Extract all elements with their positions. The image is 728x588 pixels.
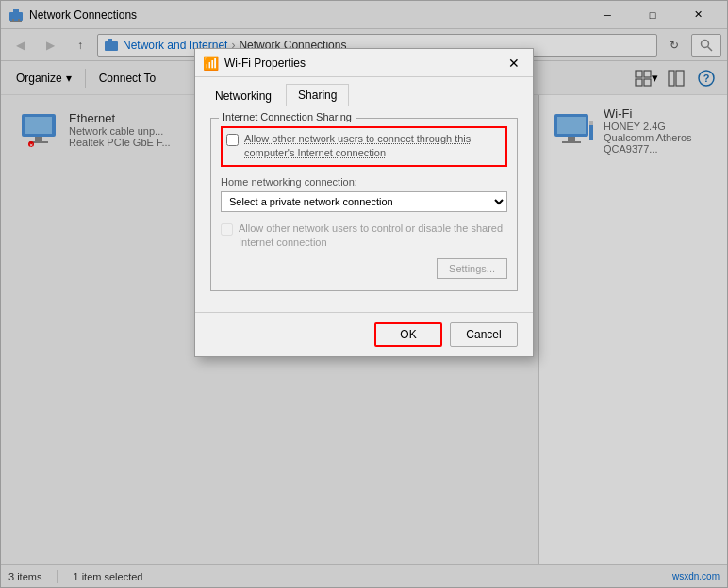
allow-sharing-row: Allow other network users to connect thr… [221, 126, 507, 167]
allow-control-row: Allow other network users to control or … [221, 221, 507, 251]
settings-button[interactable]: Settings... [437, 258, 507, 279]
settings-btn-row: Settings... [221, 258, 507, 279]
dialog-title: Wi-Fi Properties [224, 57, 503, 70]
dialog-content: Internet Connection Sharing Allow other … [195, 106, 533, 312]
dialog-tabs: Networking Sharing [195, 77, 533, 106]
tab-sharing[interactable]: Sharing [286, 84, 349, 106]
dialog-titlebar: 📶 Wi-Fi Properties ✕ [195, 49, 533, 77]
allow-control-checkbox [221, 223, 233, 236]
ok-button[interactable]: OK [374, 322, 442, 347]
allow-control-label: Allow other network users to control or … [239, 221, 507, 251]
tab-networking[interactable]: Networking [203, 84, 284, 106]
group-box-label: Internet Connection Sharing [219, 111, 356, 122]
private-network-dropdown[interactable]: Select a private network connection [221, 191, 507, 212]
dialog-title-icon: 📶 [203, 56, 219, 71]
allow-sharing-label: Allow other network users to connect thr… [244, 132, 502, 161]
home-network-label: Home networking connection: [221, 176, 507, 188]
wifi-properties-dialog: 📶 Wi-Fi Properties ✕ Networking Sharing … [194, 48, 534, 357]
allow-sharing-checkbox[interactable] [226, 134, 239, 146]
cancel-button[interactable]: Cancel [450, 322, 518, 347]
dropdown-row: Select a private network connection [221, 191, 507, 212]
dialog-buttons: OK Cancel [195, 312, 533, 356]
main-window: Network Connections ─ □ ✕ ◀ ▶ ↑ Network … [0, 0, 728, 588]
ics-group-box: Internet Connection Sharing Allow other … [210, 118, 518, 291]
dialog-close-button[interactable]: ✕ [503, 52, 525, 74]
dialog-overlay: 📶 Wi-Fi Properties ✕ Networking Sharing … [1, 1, 727, 587]
